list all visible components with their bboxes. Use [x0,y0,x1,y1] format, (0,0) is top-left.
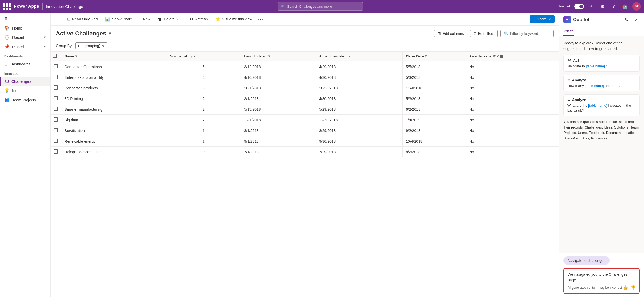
row-checkbox[interactable] [54,75,58,79]
new-look-toggle[interactable] [574,4,584,9]
top-nav-right: New look + ⚙ ? 🤖 ST [558,2,641,11]
row-name[interactable]: Holographic computing [61,147,166,157]
copilot-suggestion-analyze2[interactable]: ≡ Analyze What are the [table name] I cr… [563,94,640,116]
sidebar-item-ideas[interactable]: 💡 Ideas [0,86,50,95]
number-sort-icon2: ∨ [194,55,196,58]
column-awards[interactable]: Awards issued? ∨ ⊟ [466,52,559,61]
row-name[interactable]: Connected Operations [61,61,166,72]
row-name[interactable]: Smarter manufacturing [61,104,166,115]
group-by-select[interactable]: (no grouping) ∨ [75,42,107,49]
toolbar: ← ⊞ Read Only Grid 📊 Show Chart + New 🗑 … [51,13,559,26]
table-row: Connected Operations 5 3/12/2018 4/29/20… [51,61,559,72]
row-checkbox[interactable] [54,128,58,132]
grid-title: Active Challenges ∨ [56,30,111,37]
sidebar-item-home[interactable]: 🏠 Home [0,23,50,33]
more-button[interactable]: ⋯ [257,15,265,23]
edit-filters-button[interactable]: ▽ Edit filters [470,30,498,37]
sidebar-item-pinned[interactable]: 📌 Pinned ∨ [0,42,50,51]
row-name[interactable]: Connected products [61,83,166,93]
sidebar-item-challenges[interactable]: ⬡ Challenges [0,77,50,86]
visualize-icon: ⭐ [215,16,221,22]
column-name[interactable]: Name ∨ [61,52,166,61]
row-checkbox[interactable] [54,64,58,68]
group-by-value: (no grouping) [78,44,100,48]
sidebar-item-ideas-label: Ideas [12,89,21,93]
copilot-suggestion-act[interactable]: ↩ Act Navigate to [table name]? [563,55,640,72]
thumbs-down-button[interactable]: 👎 [630,285,635,290]
row-launch: 9/1/2018 [241,136,316,147]
row-launch: 3/1/2018 [241,93,316,104]
nav-divider [42,3,43,10]
row-checkbox-cell [51,93,61,104]
row-checkbox[interactable] [54,96,58,100]
row-name[interactable]: Renewable energy [61,136,166,147]
column-launch[interactable]: Launch date ↑ ∨ [241,52,316,61]
new-button[interactable]: + New [136,15,154,23]
row-awards: No [466,125,559,136]
edit-columns-button[interactable]: ⊞ Edit columns [434,30,467,37]
row-checkbox[interactable] [54,107,58,111]
sidebar-item-recent[interactable]: 🕐 Recent ∨ [0,33,50,42]
row-name[interactable]: Servitization [61,125,166,136]
grid-title-chevron[interactable]: ∨ [108,31,111,36]
waffle-menu[interactable] [3,3,11,10]
number-link[interactable]: 1 [203,129,205,133]
copilot-suggestion-analyze1[interactable]: ≡ Analyze How many [table name] are ther… [563,75,640,91]
column-number-label: Number of... [170,54,190,58]
back-button[interactable]: ← [55,15,63,23]
copilot-expand-button[interactable]: ⤢ [632,16,640,23]
share-label: Share [537,17,547,21]
column-accept-label: Accept new ide... [319,54,347,58]
number-link[interactable]: 1 [203,139,205,143]
show-chart-button[interactable]: 📊 Show Chart [102,15,135,23]
copilot-tabs: Chat [559,27,644,36]
search-bar[interactable]: 🔍 Search Challenges and more [278,2,363,11]
copilot-tab-chat[interactable]: Chat [563,27,574,36]
search-placeholder: Search Challenges and more [287,5,332,9]
row-checkbox[interactable] [54,149,58,154]
row-number: 2 [166,115,241,125]
copilot-refresh-button[interactable]: ↻ [623,16,630,23]
row-checkbox-cell [51,61,61,72]
row-awards: No [466,147,559,157]
launch-sort-icon: ↑ [266,55,267,58]
avatar[interactable]: ST [632,2,641,11]
refresh-button[interactable]: ↻ Refresh [186,15,211,23]
share-button[interactable]: ↑ Share ∨ [530,15,555,23]
row-name[interactable]: Big data [61,115,166,125]
analyze1-icon: ≡ [567,78,570,82]
row-checkbox[interactable] [54,117,58,122]
thumbs-up-button[interactable]: 👍 [623,285,628,290]
analyze1-table-link: [table name] [585,84,604,88]
row-close: 5/3/2018 [403,93,466,104]
sidebar-item-team-projects[interactable]: 👥 Team Projects [0,95,50,105]
column-number[interactable]: Number of... ↓ ∨ [166,52,241,61]
sidebar-collapse-button[interactable]: ☰ [0,15,50,22]
delete-button[interactable]: 🗑 Delete ∨ [155,15,182,23]
plus-button[interactable]: + [588,3,595,10]
visualize-button[interactable]: ⭐ Visualize this view [212,15,256,23]
home-icon: 🏠 [4,26,10,31]
select-all-checkbox[interactable] [53,54,57,58]
row-name[interactable]: Enterprise sustainability [61,72,166,83]
column-close[interactable]: Close Date ∨ [403,52,466,61]
table-row: Renewable energy 1 9/1/2018 9/30/2018 10… [51,136,559,147]
row-checkbox-cell [51,104,61,115]
row-name[interactable]: 3D Printing [61,93,166,104]
share-icon: ↑ [533,17,535,21]
column-accept[interactable]: Accept new ide... ∨ [316,52,403,61]
filter-input[interactable]: 🔍 Filter by keyword [500,30,554,37]
read-only-grid-label: Read Only Grid [72,17,98,21]
settings-button[interactable]: ⚙ [599,3,606,10]
row-number: 4 [166,72,241,83]
help-button[interactable]: ? [610,3,617,10]
copilot-button[interactable]: 🤖 [621,3,629,10]
read-only-grid-button[interactable]: ⊞ Read Only Grid [64,15,101,23]
row-checkbox[interactable] [54,139,58,143]
copilot-body: Ready to explore? Select one of the sugg… [559,36,644,253]
sidebar-item-dashboards[interactable]: ⊞ Dashboards [0,59,50,69]
row-checkbox[interactable] [54,85,58,90]
copilot-intro-text: Ready to explore? Select one of the sugg… [563,40,640,52]
analyze2-header: Analyze [572,98,586,102]
row-close: 6/2/2018 [403,104,466,115]
